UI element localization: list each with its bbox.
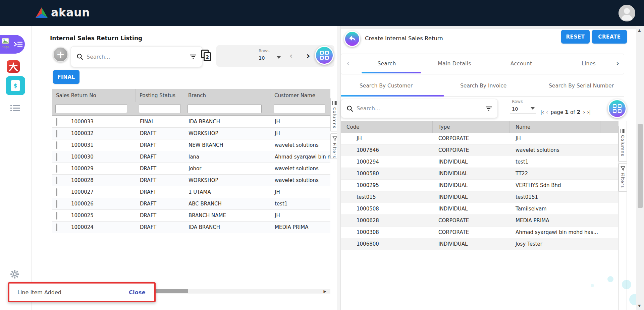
create-button[interactable]: CREATE [592, 30, 627, 44]
final-status-button[interactable]: FINAL [53, 70, 79, 84]
filter-input-posting-status[interactable] [139, 104, 181, 113]
cell-customer-name: MEDIA PRIMA [270, 224, 330, 230]
cell-sales-return-no: 1000024 [67, 224, 136, 230]
filter-icon[interactable] [485, 106, 492, 111]
page-vertical-scrollbar[interactable]: ▲ ▼ [636, 26, 644, 310]
customer-row[interactable]: 1000308 CORPORATE Ahmad syarqawi bin moh… [341, 227, 618, 238]
tab-search[interactable]: Search [370, 54, 404, 73]
table-row[interactable]: 1000028 DRAFT WORKSHOP wavelet solutions [52, 175, 330, 186]
tab-main-details[interactable]: Main Details [434, 54, 475, 73]
table-row[interactable]: 1000026 DRAFT ABC BRANCH test1 [52, 198, 330, 210]
filters-side-tab[interactable]: Filters [619, 163, 627, 192]
col-header-code[interactable]: Code [341, 121, 433, 133]
brand-triangle-icon [35, 7, 48, 19]
table-row[interactable]: 1000030 DRAFT lana Ahmad syarqawi bin mo… [52, 151, 330, 163]
tab-lines[interactable]: Lines [572, 54, 605, 73]
first-page-icon[interactable]: |‹ [539, 109, 545, 115]
prev-page-icon[interactable]: ‹ [545, 109, 549, 115]
col-header-branch[interactable]: Branch [184, 89, 270, 102]
table-row[interactable]: 1000025 DRAFT BRANCH NAME JH [52, 210, 330, 222]
filter-input-branch[interactable] [187, 104, 262, 113]
collapse-menu-icon[interactable] [13, 41, 23, 48]
search-input[interactable] [87, 54, 186, 60]
row-checkbox[interactable] [56, 165, 57, 173]
table-row[interactable]: 1000027 DRAFT 1 UTAMA JH [52, 186, 330, 198]
tabs-scroll-right-icon[interactable]: › [616, 59, 619, 67]
grid-view-button[interactable] [608, 99, 627, 118]
snackbar-close-button[interactable]: Close [129, 289, 146, 296]
add-record-button[interactable]: + [53, 47, 68, 62]
subtab-search-by-customer[interactable]: Search By Customer [360, 76, 413, 95]
customer-search-input[interactable] [357, 105, 482, 112]
user-avatar[interactable] [619, 5, 635, 21]
page-label: page [551, 109, 563, 115]
table-row[interactable]: 1000029 DRAFT Johor wavelet solutions [52, 163, 330, 175]
customer-row[interactable]: 1006800 INDIVIDUAL Josy Tester [341, 238, 618, 250]
sidebar-app-red-icon[interactable] [7, 60, 20, 73]
row-checkbox[interactable] [56, 177, 57, 184]
listing-search-box [71, 46, 202, 67]
table-row[interactable]: 1000024 DRAFT IDA BRANCH MEDIA PRIMA [52, 222, 330, 233]
main-tabs-bar: ‹ Search Main Details Account Lines › [341, 54, 624, 74]
brand-logo[interactable]: akaun [35, 6, 90, 19]
sidebar-app-sales-icon[interactable]: $ [6, 76, 25, 95]
vertical-scrollbar-thumb[interactable] [638, 124, 643, 208]
row-checkbox[interactable] [56, 141, 57, 149]
tabs-scroll-left-icon[interactable]: ‹ [346, 59, 350, 67]
back-button[interactable] [344, 31, 360, 47]
col-header-sales-return-no[interactable]: Sales Return No [52, 89, 136, 102]
table-row[interactable]: 1000032 DRAFT WORKSHOP JH [52, 128, 330, 139]
cell-code: 1000580 [341, 171, 433, 177]
col-header-customer-name[interactable]: Customer Name [270, 89, 330, 102]
rows-dropdown-arrow-icon[interactable] [531, 107, 535, 110]
customer-row[interactable]: 1000580 INDIVIDUAL TT22 [341, 168, 618, 180]
col-header-posting-status[interactable]: Posting Status [136, 89, 184, 102]
next-page-chevron-icon[interactable]: › [306, 51, 310, 61]
sidebar-list-icon[interactable] [10, 105, 20, 112]
cell-branch: IDA BRANCH [184, 119, 270, 125]
row-checkbox[interactable] [56, 224, 57, 231]
filter-input-sales-return-no[interactable] [55, 104, 127, 113]
table-row[interactable]: 1000033 FINAL IDA BRANCH JH [52, 116, 330, 128]
row-checkbox[interactable] [56, 200, 57, 208]
row-checkbox[interactable] [56, 153, 57, 161]
rows-dropdown-arrow-icon[interactable] [277, 56, 281, 59]
customer-row[interactable]: 1007846 CORPORATE wavelet solutions [341, 144, 618, 156]
scroll-right-arrow-icon[interactable]: ▶ [324, 289, 326, 294]
col-header-name[interactable]: Name [510, 121, 600, 133]
grid-view-button[interactable] [315, 46, 334, 65]
cell-sales-return-no: 1000028 [67, 177, 136, 183]
last-page-icon[interactable]: ›| [586, 109, 592, 115]
customer-row[interactable]: 1000295 INDIVIDUAL VERTHYS Sdn Bhd [341, 180, 618, 191]
settings-gear-icon[interactable] [10, 269, 19, 279]
subtab-search-by-serial-number[interactable]: Search By Serial Number [549, 76, 614, 95]
pages-count-icon[interactable]: 2 [201, 50, 212, 62]
rows-label: Rows [512, 99, 523, 104]
next-page-icon[interactable]: › [582, 109, 586, 115]
rows-per-page-value[interactable]: 10 [259, 55, 265, 61]
scroll-up-arrow-icon[interactable]: ▲ [638, 28, 641, 33]
row-checkbox[interactable] [56, 130, 57, 137]
customer-row[interactable]: 1000508 INDIVIDUAL Tamilselvam [341, 203, 618, 215]
scroll-down-arrow-icon[interactable]: ▼ [638, 304, 641, 308]
filter-input-customer-name[interactable] [274, 104, 325, 113]
customer-row[interactable]: 1000294 INDIVIDUAL test1 [341, 156, 618, 168]
customer-row[interactable]: JH CORPORATE JH [341, 133, 618, 144]
prev-page-chevron-icon[interactable]: ‹ [289, 52, 293, 60]
customer-row[interactable]: 1000628 CORPORATE MEDIA PRIMA [341, 215, 618, 227]
col-header-type[interactable]: Type [433, 121, 510, 133]
cell-posting-status: DRAFT [136, 154, 184, 160]
rows-per-page-value[interactable]: 10 [512, 106, 518, 112]
customer-row[interactable]: test015 INDIVIDUAL test0151 [341, 191, 618, 203]
table-row[interactable]: 1000031 DRAFT NEW BRANCH wavelet solutio… [52, 139, 330, 151]
filter-icon[interactable] [190, 54, 197, 59]
columns-side-tab[interactable]: Columns [619, 126, 627, 162]
row-checkbox[interactable] [56, 212, 57, 220]
row-checkbox[interactable] [56, 118, 57, 126]
sidebar-logo-pill[interactable]: logo [0, 35, 25, 54]
subtab-search-by-invoice[interactable]: Search By Invoice [460, 76, 506, 95]
listing-pager-toolbar: Rows 10 ‹ › [216, 45, 334, 67]
reset-button[interactable]: RESET [561, 30, 590, 44]
row-checkbox[interactable] [56, 188, 57, 196]
tab-account[interactable]: Account [504, 54, 538, 73]
